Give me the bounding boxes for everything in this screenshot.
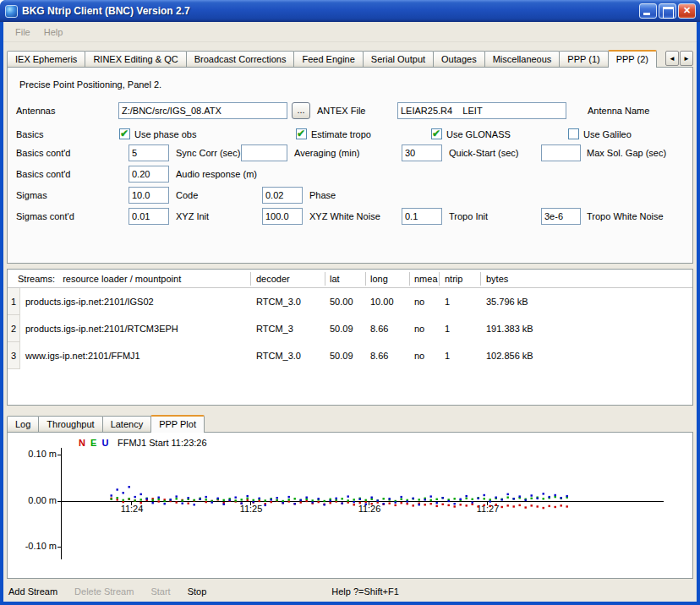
ppp-panel: Precise Point Positioning, Panel 2. Ante… <box>7 67 693 264</box>
cell-nmea: no <box>414 315 424 342</box>
sigma-code-input[interactable] <box>129 187 169 204</box>
use-galileo-checkbox[interactable] <box>568 128 579 139</box>
use-phase-obs-label: Use phase obs <box>134 125 196 144</box>
cell-long: 10.00 <box>370 288 394 315</box>
basics-label: Basics <box>16 125 43 144</box>
plot-data-points <box>111 486 568 509</box>
header-separator <box>325 272 325 286</box>
antex-browse-button[interactable]: ... <box>292 102 310 119</box>
averaging-label: Averaging (min) <box>294 144 359 162</box>
close-button[interactable] <box>678 3 696 19</box>
tab-scroll-right-icon[interactable]: ► <box>680 51 693 66</box>
antex-file-input[interactable] <box>118 102 287 119</box>
estimate-tropo-checkbox[interactable] <box>296 128 307 139</box>
quick-start-input[interactable] <box>402 144 442 161</box>
header-separator <box>365 272 366 286</box>
start-button: Start <box>149 585 172 598</box>
sigma-code-label: Code <box>176 186 198 204</box>
xyz-init-input[interactable] <box>129 208 169 225</box>
antennas-row: Antennas ... ANTEX File Antenna Name <box>8 101 692 120</box>
stream-row[interactable]: 3 www.igs-ip.net:2101/FFMJ1 RTCM_3.0 50.… <box>8 342 692 369</box>
cell-lat: 50.09 <box>330 315 353 342</box>
cell-bytes: 35.796 kB <box>486 288 528 315</box>
tab-ppp-plot[interactable]: PPP Plot <box>150 415 205 433</box>
tropo-init-input[interactable] <box>402 208 442 225</box>
xyz-white-noise-input[interactable] <box>262 208 303 225</box>
sync-corr-input[interactable] <box>129 144 169 161</box>
audio-response-input[interactable] <box>129 166 169 183</box>
cell-decoder: RTCM_3.0 <box>256 342 301 369</box>
basics-row: Basics Use phase obs Estimate tropo Use … <box>8 125 692 144</box>
use-phase-obs-checkbox[interactable] <box>119 128 130 139</box>
use-galileo-label: Use Galileo <box>583 125 632 144</box>
tab-rinex-editing-qc[interactable]: RINEX Editing & QC <box>85 51 186 67</box>
cell-nmea: no <box>414 288 424 315</box>
main-tab-bar: IEX Ephemeris RINEX Editing & QC Broadca… <box>7 48 693 67</box>
tab-miscellaneous[interactable]: Miscellaneous <box>484 51 561 67</box>
delete-stream-button: Delete Stream <box>73 585 135 598</box>
header-separator <box>480 272 481 286</box>
stream-row[interactable]: 2 products.igs-ip.net:2101/RTCM3EPH RTCM… <box>8 315 692 342</box>
basics-contd-label: Basics cont'd <box>16 144 70 162</box>
sigma-phase-input[interactable] <box>262 187 303 204</box>
averaging-input[interactable] <box>241 144 287 161</box>
client-area: File Help IEX Ephemeris RINEX Editing & … <box>3 22 697 602</box>
header-lat: lat <box>330 270 340 288</box>
antenna-name-input[interactable] <box>397 102 566 119</box>
tab-throughput[interactable]: Throughput <box>38 416 102 432</box>
bnc-window: BKG Ntrip Client (BNC) Version 2.7 File … <box>0 0 700 605</box>
minimize-button[interactable] <box>639 3 657 19</box>
window-controls <box>639 3 696 19</box>
tropo-init-label: Tropo Init <box>449 207 488 226</box>
row-number: 1 <box>8 288 20 315</box>
row-number: 3 <box>8 342 20 369</box>
header-mountpoint: Streams: resource loader / mountpoint <box>18 270 181 288</box>
tropo-white-noise-label: Tropo White Noise <box>587 207 664 226</box>
max-sol-gap-input[interactable] <box>541 144 581 161</box>
xyz-white-noise-label: XYZ White Noise <box>309 207 380 226</box>
cell-lat: 50.00 <box>330 288 353 315</box>
help-shortcut-text: Help ?=Shift+F1 <box>331 586 399 597</box>
xyz-init-label: XYZ Init <box>176 207 209 226</box>
use-glonass-label: Use GLONASS <box>446 125 511 144</box>
cell-decoder: RTCM_3.0 <box>256 288 301 315</box>
window-title: BKG Ntrip Client (BNC) Version 2.7 <box>22 5 639 17</box>
sigmas-contd-label: Sigmas cont'd <box>16 207 74 226</box>
menu-bar: File Help <box>3 22 697 42</box>
sigmas-label: Sigmas <box>16 186 47 204</box>
tropo-white-noise-input[interactable] <box>541 208 581 225</box>
use-glonass-checkbox[interactable] <box>431 128 442 139</box>
tab-ppp-1[interactable]: PPP (1) <box>559 51 608 67</box>
tab-outages[interactable]: Outages <box>433 51 485 67</box>
cell-long: 8.66 <box>370 315 388 342</box>
antenna-name-label: Antenna Name <box>588 101 649 120</box>
cell-nmea: no <box>414 342 424 369</box>
header-bytes: bytes <box>486 270 508 288</box>
tab-feed-engine[interactable]: Feed Engine <box>293 51 363 67</box>
tab-iex-ephemeris[interactable]: IEX Ephemeris <box>7 51 85 67</box>
cell-bytes: 102.856 kB <box>486 342 533 369</box>
tab-log[interactable]: Log <box>7 416 39 432</box>
menu-help[interactable]: Help <box>37 25 70 39</box>
tab-scroll-left-icon[interactable]: ◄ <box>665 51 679 66</box>
audio-response-label: Audio response (m) <box>176 165 257 183</box>
tab-broadcast-corrections[interactable]: Broadcast Corrections <box>186 51 295 67</box>
header-decoder: decoder <box>256 270 290 288</box>
tab-serial-output[interactable]: Serial Output <box>363 51 434 67</box>
row-number: 2 <box>8 315 20 342</box>
menu-file[interactable]: File <box>8 25 37 39</box>
titlebar[interactable]: BKG Ntrip Client (BNC) Version 2.7 <box>0 0 700 22</box>
stream-row[interactable]: 1 products.igs-ip.net:2101/IGS02 RTCM_3.… <box>8 288 692 315</box>
cell-lat: 50.09 <box>330 342 353 369</box>
header-ntrip: ntrip <box>445 270 462 288</box>
tab-latency[interactable]: Latency <box>102 416 152 432</box>
sigma-phase-label: Phase <box>309 186 336 204</box>
bottom-tab-bar: Log Throughput Latency PPP Plot <box>7 414 693 432</box>
stop-button[interactable]: Stop <box>186 585 209 598</box>
maximize-button[interactable] <box>659 3 676 19</box>
add-stream-button[interactable]: Add Stream <box>7 585 59 598</box>
cell-long: 8.66 <box>370 342 388 369</box>
tab-ppp-2[interactable]: PPP (2) <box>608 50 657 68</box>
ppp-plot <box>8 433 692 578</box>
header-long: long <box>370 270 388 288</box>
